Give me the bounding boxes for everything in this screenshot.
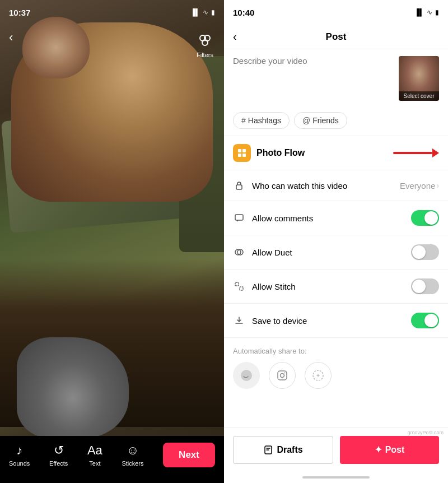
red-arrow: [393, 148, 439, 157]
svg-rect-11: [235, 282, 239, 286]
allow-stitch-toggle[interactable]: [411, 278, 439, 294]
description-input[interactable]: [233, 56, 392, 101]
share-icons-row: [233, 362, 439, 389]
hashtags-label: Hashtags: [248, 116, 281, 125]
friends-label: Friends: [312, 116, 339, 125]
toggle-thumb-duet: [412, 245, 426, 259]
effects-label: Effects: [49, 460, 68, 467]
post-label: Post: [385, 445, 405, 455]
effects-icon: ↺: [54, 443, 64, 458]
download-icon: [233, 314, 245, 327]
drafts-button[interactable]: Drafts: [233, 436, 333, 464]
description-row: Select cover: [224, 49, 448, 108]
allow-duet-row: Allow Duet: [224, 235, 448, 270]
back-arrow-left[interactable]: ‹: [9, 30, 13, 45]
everyone-text: Everyone: [400, 181, 435, 191]
stickers-icon: ☺: [127, 443, 139, 458]
signal-icon: ▐▌: [190, 8, 200, 16]
allow-stitch-label: Allow Stitch: [252, 282, 404, 291]
svg-point-16: [284, 373, 286, 374]
at-icon: @: [302, 116, 310, 125]
allow-comments-label: Allow comments: [252, 213, 404, 223]
chevron-icon: ›: [436, 181, 439, 190]
status-time-right: 10:40: [233, 8, 254, 17]
filters-icon: [195, 30, 215, 50]
drafts-label: Drafts: [277, 445, 302, 455]
wifi-icon: ∿: [203, 8, 208, 16]
svg-rect-4: [242, 149, 246, 152]
who-can-watch-label: Who can watch this video: [252, 181, 393, 191]
status-icons-right: ▐▌ ∿ ▮: [414, 8, 439, 16]
duet-icon: [233, 246, 245, 258]
hashtags-button[interactable]: # Hashtags: [233, 112, 290, 129]
auto-share-label: Automatically share to:: [233, 347, 439, 355]
next-button[interactable]: Next: [163, 443, 215, 467]
message-share-button[interactable]: [233, 362, 260, 389]
wifi-icon-right: ∿: [427, 8, 432, 16]
bottom-toolbar: ♪ Sounds ↺ Effects Aa Text ☺ Stickers Ne…: [0, 436, 224, 483]
save-to-device-row: Save to device: [224, 304, 448, 338]
instagram-share-button[interactable]: [269, 362, 296, 389]
svg-rect-3: [238, 149, 241, 152]
signal-icon-right: ▐▌: [414, 8, 424, 16]
svg-rect-14: [278, 371, 287, 380]
auto-share-section: Automatically share to:: [224, 338, 448, 393]
sounds-label: Sounds: [9, 460, 30, 467]
filters-button[interactable]: Filters: [195, 30, 215, 58]
sounds-item[interactable]: ♪ Sounds: [9, 443, 30, 467]
post-button[interactable]: ✦ Post: [340, 436, 439, 464]
nav-header: ‹ Post: [224, 25, 448, 49]
back-button[interactable]: ‹: [233, 30, 237, 43]
tags-row: # Hashtags @ Friends: [224, 108, 448, 136]
text-icon: Aa: [87, 443, 102, 458]
cover-label: Select cover: [399, 91, 439, 101]
svg-rect-8: [235, 215, 243, 220]
photo-flow-icon: [233, 144, 251, 162]
svg-rect-7: [236, 185, 242, 189]
text-label: Text: [89, 460, 100, 467]
cover-thumbnail[interactable]: Select cover: [399, 56, 439, 101]
sparkle-icon: ✦: [375, 444, 382, 455]
effects-item[interactable]: ↺ Effects: [49, 443, 68, 467]
svg-point-2: [202, 40, 208, 45]
svg-rect-6: [242, 154, 246, 157]
nav-title: Post: [326, 31, 347, 43]
who-can-watch-value: Everyone ›: [400, 181, 439, 191]
comment-icon: [233, 212, 245, 224]
status-icons-left: ▐▌ ∿ ▮: [190, 8, 215, 16]
battery-icon: ▮: [211, 8, 215, 16]
sounds-icon: ♪: [16, 443, 22, 458]
home-indicator: [224, 472, 448, 483]
photo-flow-label: Photo Flow: [256, 148, 305, 158]
status-bar-right: 10:40 ▐▌ ∿ ▮: [224, 0, 448, 25]
stickers-item[interactable]: ☺ Stickers: [122, 443, 143, 467]
allow-comments-toggle[interactable]: [411, 210, 439, 226]
save-to-device-label: Save to device: [252, 316, 404, 326]
save-to-device-toggle[interactable]: [411, 313, 439, 328]
who-can-watch-row[interactable]: Who can watch this video Everyone ›: [224, 170, 448, 201]
toggle-thumb-stitch: [412, 280, 426, 293]
stitch-icon: [233, 280, 245, 292]
content-area: Select cover # Hashtags @ Friends: [224, 49, 448, 427]
battery-icon-right: ▮: [435, 8, 439, 16]
friends-button[interactable]: @ Friends: [294, 112, 347, 129]
video-preview: [0, 0, 224, 483]
status-time-left: 10:37: [9, 8, 30, 17]
more-share-button[interactable]: [305, 362, 332, 389]
lock-icon: [233, 179, 245, 192]
allow-duet-label: Allow Duet: [252, 248, 404, 257]
svg-point-13: [241, 370, 252, 381]
right-panel: 10:40 ▐▌ ∿ ▮ ‹ Post Select cover # Hasht…: [224, 0, 448, 483]
svg-rect-5: [238, 154, 241, 157]
photo-flow-row[interactable]: Photo Flow: [224, 136, 448, 170]
allow-duet-toggle[interactable]: [411, 244, 439, 260]
text-item[interactable]: Aa Text: [87, 443, 102, 467]
home-bar: [302, 476, 370, 479]
allow-comments-row: Allow comments: [224, 201, 448, 235]
toggle-thumb-save: [424, 314, 438, 327]
toggle-thumb-comments: [424, 211, 438, 225]
stickers-label: Stickers: [122, 460, 143, 467]
svg-point-15: [281, 374, 284, 378]
status-bar-left: 10:37 ▐▌ ∿ ▮: [0, 0, 224, 25]
filters-label: Filters: [197, 52, 213, 58]
